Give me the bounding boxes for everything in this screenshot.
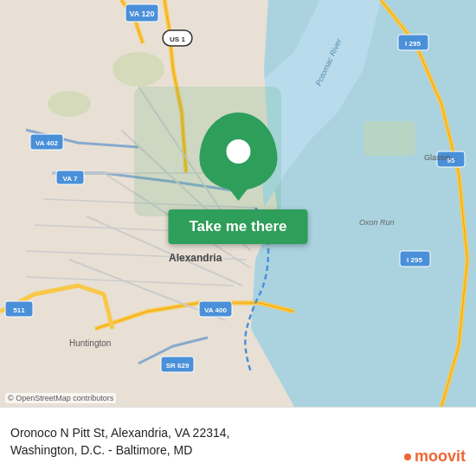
svg-text:VA 402: VA 402: [35, 139, 58, 147]
button-overlay: Take me there: [168, 113, 307, 244]
svg-text:US 1: US 1: [170, 35, 185, 43]
svg-text:SR 629: SR 629: [166, 362, 190, 370]
location-pin: [199, 113, 277, 190]
pin-inner-circle: [226, 139, 250, 164]
svg-text:VA 400: VA 400: [204, 306, 227, 314]
svg-text:I 295: I 295: [405, 40, 421, 48]
address-line2: Washington, D.C. - Baltimore, MD: [10, 443, 192, 457]
svg-text:511: 511: [13, 306, 25, 314]
svg-point-14: [113, 52, 164, 87]
svg-text:VA 7: VA 7: [63, 175, 78, 183]
svg-text:Alexandria: Alexandria: [169, 252, 222, 264]
svg-text:Huntington: Huntington: [69, 338, 111, 348]
svg-point-15: [48, 91, 91, 117]
svg-text:VA 120: VA 120: [129, 10, 154, 18]
take-me-there-button[interactable]: Take me there: [168, 209, 307, 244]
bottom-bar: Oronoco N Pitt St, Alexandria, VA 22314,…: [0, 407, 476, 476]
svg-rect-16: [363, 121, 415, 156]
map-container: VA 120 US 1 VA 402 VA 7 I 295 I 295 VA 4…: [0, 0, 476, 407]
address-text: Oronoco N Pitt St, Alexandria, VA 22314,…: [10, 425, 466, 459]
svg-text:I 295: I 295: [407, 256, 422, 264]
moovit-dot-icon: [404, 453, 411, 460]
moovit-brand-text: moovit: [415, 447, 466, 466]
address-line1: Oronoco N Pitt St, Alexandria, VA 22314,: [10, 426, 229, 440]
osm-attribution: © OpenStreetMap contributors: [5, 393, 116, 403]
svg-text:Glassm...: Glassm...: [424, 153, 457, 162]
svg-text:Oxon Run: Oxon Run: [359, 218, 395, 227]
moovit-logo: moovit: [404, 447, 466, 466]
